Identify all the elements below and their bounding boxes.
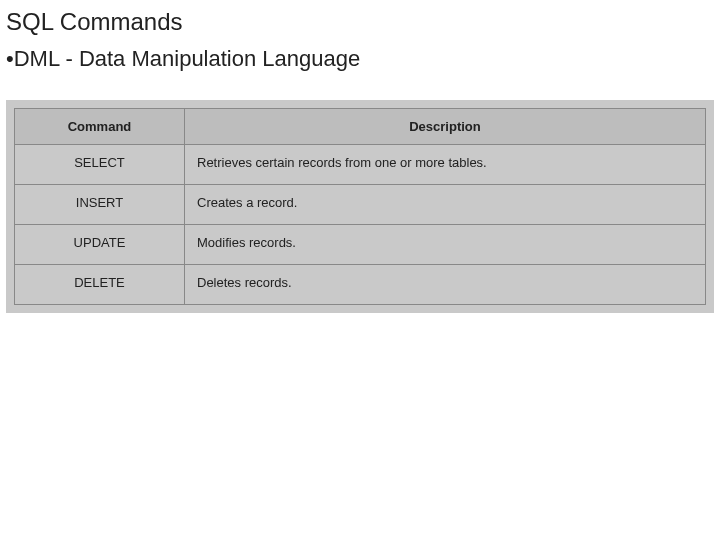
cell-description: Deletes records.: [185, 265, 706, 305]
table-row: UPDATE Modifies records.: [15, 225, 706, 265]
cell-command: SELECT: [15, 145, 185, 185]
commands-table-container: Command Description SELECT Retrieves cer…: [6, 100, 714, 313]
header-description: Description: [185, 109, 706, 145]
page-subtitle: •DML - Data Manipulation Language: [6, 46, 714, 72]
table-row: INSERT Creates a record.: [15, 185, 706, 225]
table-header-row: Command Description: [15, 109, 706, 145]
commands-table: Command Description SELECT Retrieves cer…: [14, 108, 706, 305]
cell-command: UPDATE: [15, 225, 185, 265]
cell-description: Retrieves certain records from one or mo…: [185, 145, 706, 185]
cell-description: Modifies records.: [185, 225, 706, 265]
table-row: SELECT Retrieves certain records from on…: [15, 145, 706, 185]
header-command: Command: [15, 109, 185, 145]
table-row: DELETE Deletes records.: [15, 265, 706, 305]
cell-description: Creates a record.: [185, 185, 706, 225]
cell-command: INSERT: [15, 185, 185, 225]
page-title: SQL Commands: [6, 8, 714, 36]
cell-command: DELETE: [15, 265, 185, 305]
